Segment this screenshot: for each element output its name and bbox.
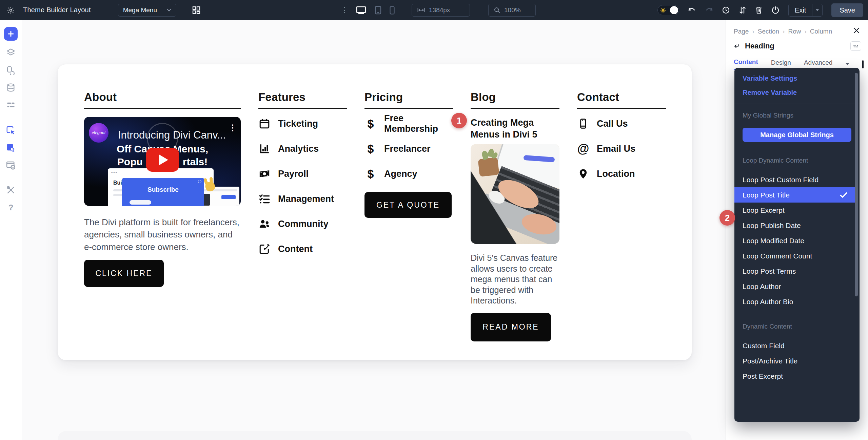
close-panel-icon[interactable]	[853, 27, 860, 35]
save-label: Save	[840, 6, 855, 14]
dollar-icon: $	[364, 118, 377, 130]
exit-caret[interactable]	[812, 4, 822, 16]
feature-label: Payroll	[278, 169, 309, 179]
canvas-width-input[interactable]: 1384px	[412, 4, 470, 17]
feature-label: Content	[278, 244, 313, 254]
menu-item-loop-modified-date[interactable]: Loop Modified Date	[734, 233, 855, 248]
read-more-button[interactable]: READ MORE	[471, 313, 551, 341]
contact-item-call[interactable]: Call Us	[577, 117, 666, 130]
exit-button[interactable]: Exit	[788, 4, 823, 17]
window-dots: •••	[111, 170, 118, 175]
menu-item-loop-author-bio[interactable]: Loop Author Bio	[734, 294, 855, 309]
database-icon[interactable]	[5, 82, 17, 93]
undo-icon[interactable]	[688, 7, 696, 13]
blog-featured-image[interactable]	[471, 144, 559, 244]
menu-item-loop-post-custom-field[interactable]: Loop Post Custom Field	[734, 172, 855, 187]
map-pin-icon	[577, 168, 589, 180]
back-arrow-icon[interactable]	[733, 43, 740, 49]
sort-arrows-icon[interactable]	[739, 6, 746, 14]
menu-item-post-excerpt[interactable]: Post Excerpt	[734, 369, 855, 384]
tools-icon[interactable]	[5, 184, 17, 196]
menu-item-loop-post-terms[interactable]: Loop Post Terms	[734, 264, 855, 279]
desktop-view-icon[interactable]	[356, 6, 367, 15]
dropdown-scrollbar-thumb[interactable]	[855, 73, 858, 296]
remove-variable-link[interactable]: Remove Variable	[734, 85, 860, 100]
help-icon[interactable]: ?	[5, 202, 17, 213]
click-here-button[interactable]: CLICK HERE	[84, 260, 164, 287]
variable-settings-link[interactable]: Variable Settings	[734, 71, 860, 85]
menu-item-loop-publish-date[interactable]: Loop Publish Date	[734, 218, 855, 233]
menu-item-loop-post-title[interactable]: Loop Post Title	[734, 187, 855, 203]
window2-blue-block	[221, 195, 236, 199]
pricing-label: Free Membership	[384, 113, 453, 134]
column-pricing: Pricing $ Free Membership $ Freelancer $…	[364, 91, 453, 218]
contact-list: Call Us @ Email Us Location	[577, 117, 666, 181]
interactions-filled-icon[interactable]	[5, 142, 17, 153]
breadcrumb-column[interactable]: Column	[810, 28, 832, 35]
preset-options-icon[interactable]	[850, 41, 861, 51]
feature-item-ticketing[interactable]: Ticketing	[258, 117, 347, 130]
gear-icon[interactable]	[7, 6, 15, 14]
manage-global-strings-button[interactable]: Manage Global Strings	[743, 128, 851, 142]
more-options-icon[interactable]: ⋮	[341, 6, 348, 14]
feature-item-community[interactable]: Community	[258, 217, 347, 231]
pricing-label: Freelancer	[384, 144, 431, 154]
pricing-item-agency[interactable]: $ Agency	[364, 167, 453, 181]
tabs-caret-icon[interactable]	[845, 63, 849, 66]
feature-label: Community	[278, 219, 329, 229]
manage-label: Manage Global Strings	[760, 131, 834, 139]
dynamic-content-dropdown: Variable Settings Remove Variable My Glo…	[734, 68, 860, 422]
expand-box-icon[interactable]	[862, 60, 864, 68]
get-a-quote-button[interactable]: GET A QUOTE	[364, 192, 452, 218]
annotation-badge-1: 1	[451, 113, 467, 128]
add-module-button[interactable]	[4, 27, 18, 41]
youtube-video-embed[interactable]: elegant ⋮ Introducing Divi Canv... Off C…	[84, 117, 241, 206]
tablet-view-icon[interactable]	[375, 6, 381, 15]
layout-select[interactable]: Mega Menu	[118, 4, 176, 17]
bar-chart-icon	[258, 143, 271, 155]
history-clock-icon[interactable]	[722, 6, 730, 14]
browser-preview-icon[interactable]	[5, 160, 17, 171]
feature-item-management[interactable]: Management	[258, 192, 347, 206]
redo-icon[interactable]	[705, 7, 713, 13]
mega-menu-card: About elegant ⋮ Introducing Divi Canv...…	[58, 64, 692, 360]
modal-button-pill	[130, 200, 151, 205]
blog-excerpt: Divi 5's Canvas feature allows users to …	[471, 253, 559, 306]
feature-item-analytics[interactable]: Analytics	[258, 142, 347, 155]
pricing-item-freelancer[interactable]: $ Freelancer	[364, 142, 453, 155]
width-arrows-icon	[417, 8, 425, 13]
menu-item-loop-author[interactable]: Loop Author	[734, 279, 855, 294]
breadcrumb-page[interactable]: Page	[734, 28, 749, 35]
save-button[interactable]: Save	[831, 3, 863, 17]
topbar: Theme Builder Layout Mega Menu ⋮	[0, 0, 868, 20]
menu-item-post-archive-title[interactable]: Post/Archive Title	[734, 353, 855, 369]
blog-post-title[interactable]: Creating Mega Menus in Divi 5	[471, 117, 559, 141]
layouts-grid-icon[interactable]	[192, 6, 201, 15]
menu-item-loop-excerpt[interactable]: Loop Excerpt	[734, 203, 855, 218]
pricing-item-free[interactable]: $ Free Membership	[364, 117, 453, 130]
trash-icon[interactable]	[755, 6, 763, 14]
dropdown-divider	[734, 104, 860, 104]
menu-item-custom-field[interactable]: Custom Field	[734, 338, 855, 353]
feature-item-content[interactable]: Content	[258, 242, 347, 256]
feature-item-payroll[interactable]: Payroll	[258, 167, 347, 181]
youtube-play-button[interactable]	[146, 148, 179, 172]
pages-shapes-icon[interactable]	[5, 64, 17, 76]
zoom-input[interactable]: 100%	[488, 4, 536, 17]
dollar-icon: $	[364, 143, 377, 155]
light-dark-toggle[interactable]	[657, 5, 679, 15]
interactions-outline-icon[interactable]	[5, 124, 17, 136]
contact-heading: Contact	[577, 91, 666, 109]
portability-power-icon[interactable]	[771, 6, 780, 14]
breadcrumb-section[interactable]: Section	[758, 28, 779, 35]
video-line3-left: Popu	[117, 156, 143, 168]
contact-item-email[interactable]: @ Email Us	[577, 142, 666, 155]
layers-icon[interactable]	[5, 47, 17, 58]
menu-item-loop-comment-count[interactable]: Loop Comment Count	[734, 248, 855, 264]
blog-heading: Blog	[471, 91, 559, 109]
phone-view-icon[interactable]	[390, 6, 395, 15]
contact-item-location[interactable]: Location	[577, 167, 666, 181]
global-elements-icon[interactable]	[5, 100, 17, 111]
click-here-label: CLICK HERE	[95, 269, 152, 278]
breadcrumb-row[interactable]: Row	[788, 28, 801, 35]
